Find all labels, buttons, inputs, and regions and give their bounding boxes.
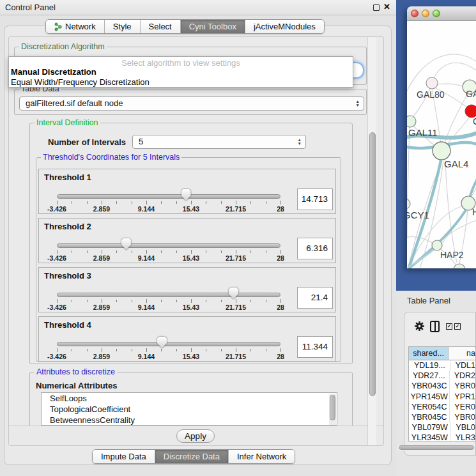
tick-mark	[132, 300, 132, 302]
table-data-combobox[interactable]: galFiltered.sif default node ▲▼	[19, 96, 364, 111]
table-horizontal-scrollbar[interactable]	[397, 445, 475, 450]
cell-shared-name[interactable]: YBL079W	[409, 422, 451, 433]
tick-mark	[146, 250, 147, 254]
number-of-intervals-combobox[interactable]: 5 ▲▼	[132, 135, 306, 149]
tick-label: 28	[261, 303, 300, 311]
scrollbar-thumb[interactable]	[330, 395, 335, 420]
tab-infer-network[interactable]: Infer Network	[229, 450, 295, 463]
tick-label: 21.715	[217, 303, 255, 311]
column-layout-icon[interactable]	[430, 321, 440, 332]
tab-style[interactable]: Style	[105, 20, 141, 33]
node-gal4[interactable]	[433, 142, 450, 160]
cell-name[interactable]: YBR0	[450, 412, 475, 422]
table-row[interactable]: YLR345WYLR3	[409, 433, 475, 441]
cell-shared-name[interactable]: YPR145W	[409, 392, 450, 402]
cell-name[interactable]: YPR1	[450, 392, 475, 402]
list-scrollbar[interactable]	[329, 394, 336, 426]
scrollbar-thumb[interactable]	[399, 445, 474, 450]
float-window-icon[interactable]	[373, 4, 380, 11]
node-gcy1[interactable]	[407, 199, 410, 209]
thresholds-group: Threshold's Coordinates for 5 Intervals …	[36, 157, 341, 362]
list-item[interactable]: TopologicalCoefficient	[42, 404, 337, 415]
column-header-name[interactable]: na	[449, 347, 475, 360]
combo-spinner-icon: ▲▼	[356, 100, 360, 107]
list-item[interactable]: BetweennessCentrality	[42, 415, 337, 426]
tab-discretize-data[interactable]: Discretize Data	[155, 450, 229, 463]
table-row[interactable]: YDL19...YDL1	[409, 360, 475, 371]
table-row[interactable]: YBL079WYBL0	[409, 422, 475, 433]
network-canvas[interactable]: GAL80 GA C GAL11 GAL4 GCY1 H HAP2	[407, 21, 476, 268]
tick-mark	[57, 299, 58, 303]
tick-mark	[266, 300, 266, 302]
table-panel-titlebar: Table Panel	[396, 291, 476, 311]
cell-shared-name[interactable]: YDL19...	[409, 360, 451, 371]
tick-mark	[146, 348, 147, 352]
slider-handle[interactable]	[229, 288, 238, 299]
node-attribute-table[interactable]: shared... na YDL19...YDL1YDR27...YDR2YBR…	[408, 346, 476, 441]
slider-track[interactable]	[57, 194, 280, 199]
gear-icon[interactable]	[414, 321, 425, 332]
cell-shared-name[interactable]: YLR345W	[409, 433, 451, 441]
slider-handle[interactable]	[157, 337, 167, 348]
scrollbar-thumb[interactable]	[369, 132, 376, 396]
tick-mark	[87, 349, 88, 351]
table-rows: YDL19...YDL1YDR27...YDR2YBR043CYBR0YPR14…	[409, 360, 475, 441]
cell-shared-name[interactable]: YDR27...	[409, 371, 450, 381]
table-row[interactable]: YBR043CYBR0	[409, 381, 475, 391]
list-item[interactable]: SelfLoops	[42, 393, 337, 404]
tick-mark	[250, 349, 251, 351]
apply-button[interactable]: Apply	[176, 429, 215, 443]
algorithm-dropdown-popup: Select algorithm to view settings Manual…	[8, 56, 353, 88]
table-row[interactable]: YDR27...YDR2	[409, 371, 475, 381]
dropdown-option-manual[interactable]: Manual Discretization	[11, 67, 96, 77]
tick-mark	[280, 250, 281, 254]
tick-mark	[87, 201, 88, 204]
tick-mark	[250, 300, 251, 302]
threshold-value-field[interactable]: 11.344	[297, 336, 333, 358]
cell-shared-name[interactable]: YER054C	[409, 402, 450, 412]
cell-name[interactable]: YDR2	[450, 371, 475, 381]
tab-cyni-toolbox[interactable]: Cyni Toolbox	[181, 20, 245, 33]
tab-network[interactable]: Network	[46, 20, 105, 33]
minimize-traffic-light[interactable]	[422, 10, 429, 17]
node-gal80[interactable]	[426, 77, 438, 89]
slider-track[interactable]	[57, 243, 280, 248]
node-selected-red[interactable]	[465, 105, 476, 118]
slider-track[interactable]	[57, 293, 280, 297]
tick-mark	[116, 349, 117, 351]
node-hap2[interactable]	[432, 240, 442, 250]
node-gal11[interactable]	[407, 116, 416, 127]
checkbox-checked-icon[interactable]: ✓	[454, 323, 461, 330]
close-icon[interactable]: ✕	[383, 2, 390, 12]
tab-select[interactable]: Select	[141, 20, 181, 33]
cell-name[interactable]: YBR0	[450, 381, 475, 391]
threshold-label: Threshold 1	[44, 173, 91, 182]
table-row[interactable]: YBR045CYBR0	[409, 412, 475, 422]
slider-handle[interactable]	[181, 189, 191, 201]
dropdown-option-equal-width[interactable]: Equal Width/Frequency Discretization	[11, 77, 150, 87]
numerical-attributes-list[interactable]: SelfLoops TopologicalCoefficient Between…	[41, 392, 337, 426]
cell-shared-name[interactable]: YBR043C	[409, 381, 450, 391]
tab-jactivemnodules[interactable]: jActiveMNodules	[245, 20, 324, 33]
cell-name[interactable]: YBL0	[451, 422, 475, 433]
cell-shared-name[interactable]: YBR045C	[409, 412, 450, 422]
threshold-value-field[interactable]: 6.316	[297, 238, 333, 259]
threshold-value-field[interactable]: 14.713	[297, 188, 333, 210]
slider-handle[interactable]	[121, 238, 131, 250]
panel-scrollbar[interactable]	[367, 37, 376, 445]
zoom-traffic-light[interactable]	[433, 10, 440, 17]
tick-label: 9.144	[127, 303, 165, 311]
cell-name[interactable]: YER0	[450, 402, 475, 412]
table-row[interactable]: YER054CYER0	[409, 402, 475, 412]
column-header-shared-name[interactable]: shared...	[409, 347, 449, 360]
network-window-titlebar[interactable]	[407, 6, 476, 21]
checkbox-checked-icon[interactable]: ✓	[446, 323, 452, 330]
cell-name[interactable]: YLR3	[451, 433, 475, 441]
tab-impute-data[interactable]: Impute Data	[93, 450, 155, 463]
close-traffic-light[interactable]	[411, 10, 418, 17]
tick-mark	[161, 250, 162, 253]
threshold-value-field[interactable]: 21.4	[297, 287, 333, 309]
table-row[interactable]: YPR145WYPR1	[409, 392, 475, 402]
slider-track[interactable]	[57, 342, 280, 346]
cell-name[interactable]: YDL1	[451, 360, 475, 371]
